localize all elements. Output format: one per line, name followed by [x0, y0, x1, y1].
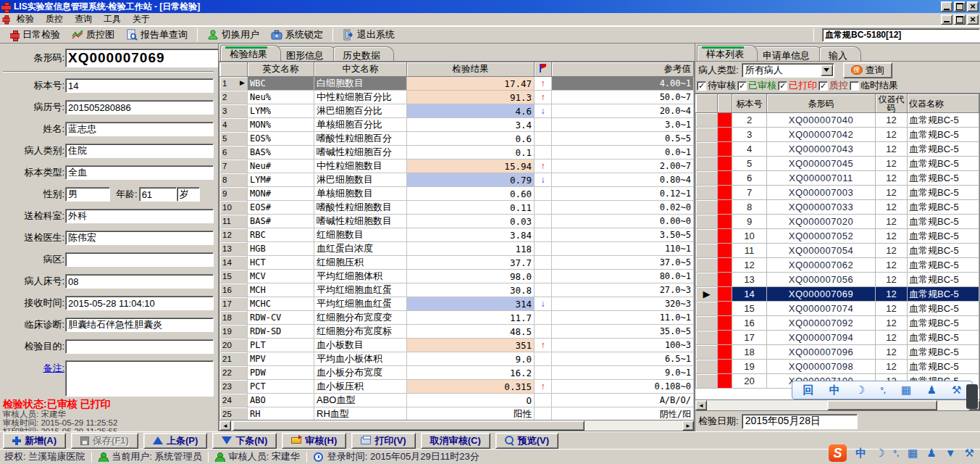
preview-button[interactable]: 预览(V) [495, 433, 558, 449]
filter-pending[interactable]: ✓ 待审核 [697, 79, 736, 92]
filter-qc[interactable]: ✓ 质控 [818, 79, 848, 92]
result-row[interactable]: 17 MCHC 平均红细胞血红蛋 314 ↓ 320~3 [220, 297, 694, 311]
scroll-thumb[interactable] [827, 400, 937, 410]
instrument-input[interactable] [822, 28, 980, 42]
result-row[interactable]: 1▶ WBC 白细胞数目 17.47 ↑ 4.00~1 [220, 77, 694, 91]
skin-icon[interactable]: ▼ [945, 447, 956, 459]
result-row[interactable]: 12 RBC 红细胞数目 3.84 3.50~5 [220, 228, 694, 242]
checkbox-icon[interactable]: ✓ [818, 81, 828, 91]
moon-icon[interactable]: ☽ [875, 447, 884, 459]
add-new-button[interactable]: 新增(A) [3, 433, 66, 449]
record-no-input[interactable] [65, 100, 214, 115]
exit-system-button[interactable]: 退出系统 [337, 27, 401, 43]
result-row[interactable]: 13 HGB 血红蛋白浓度 118 110~1 [220, 242, 694, 256]
menu-质控[interactable]: 质控 [40, 12, 69, 26]
barcode-input[interactable] [65, 49, 219, 67]
sample-row[interactable]: 4 XQ000007043 12 血常规BC-5 [696, 142, 979, 157]
results-tab-历史数据[interactable]: 历史数据 [333, 46, 394, 61]
punctuation-icon[interactable]: °‚ [880, 384, 885, 396]
checkbox-icon[interactable]: ✓ [697, 81, 706, 91]
checkbox-icon[interactable]: ✓ [778, 81, 787, 91]
result-row[interactable]: 4 MON% 单核细胞百分比 3.4 3.0~1 [220, 118, 694, 132]
receive-time-input[interactable] [65, 296, 214, 310]
result-row[interactable]: 8 LYM# 淋巴细胞数目 0.79 ↓ 0.80~4 [220, 173, 694, 187]
next-record-button[interactable]: 下条(N) [212, 433, 277, 449]
daily-test-button[interactable]: 日常检验 [4, 27, 66, 43]
menu-检验[interactable]: 检验 [11, 12, 40, 26]
mdi-restore-button[interactable] [954, 14, 966, 25]
sample-row[interactable]: 7 XQ000007003 12 血常规BC-5 [696, 186, 979, 200]
samples-tab-申请单信息[interactable]: 申请单信息 [753, 46, 824, 61]
scroll-left-arrow[interactable]: ◄ [219, 420, 231, 431]
diagnosis-input[interactable] [65, 318, 214, 332]
scroll-right-arrow[interactable]: ► [682, 420, 694, 431]
dept-input[interactable] [65, 209, 214, 223]
samples-tab-输入[interactable]: 输入 [819, 46, 861, 61]
restore-button[interactable] [954, 1, 966, 12]
ward-input[interactable] [65, 252, 214, 267]
col-cn-name[interactable]: 中文名称 [314, 62, 407, 77]
result-row[interactable]: 16 MCH 平均红细胞血红蛋 30.8 27.0~3 [220, 283, 694, 297]
save-button[interactable]: 保存(F1) [71, 433, 138, 449]
scroll-track[interactable] [707, 400, 968, 410]
col-barcode[interactable]: 条形码 [767, 94, 876, 113]
switch-user-button[interactable]: 切换用户 [201, 27, 265, 43]
keyboard-icon[interactable]: ▦ [908, 447, 918, 459]
sample-row[interactable]: 15 XQ000007074 12 血常规BC-5 [696, 302, 979, 316]
moon-icon[interactable]: ☽ [855, 384, 865, 396]
sample-row[interactable]: 6 XQ000007011 12 血常规BC-5 [696, 171, 979, 186]
sample-row[interactable]: 12 XQ000007062 12 血常规BC-5 [696, 258, 979, 273]
age-input[interactable] [139, 187, 177, 202]
mdi-minimize-button[interactable] [941, 14, 952, 25]
col-reference[interactable]: 参考值 [552, 62, 694, 77]
scroll-track[interactable] [231, 420, 682, 431]
remark-textarea[interactable] [65, 360, 214, 397]
sample-row[interactable]: 2 XQ000007040 12 血常规BC-5 [696, 113, 979, 128]
sample-row[interactable]: 10 XQ000007052 12 血常规BC-5 [696, 229, 979, 244]
scroll-thumb[interactable] [233, 420, 585, 431]
print-button[interactable]: 打印(V) [351, 433, 415, 449]
purpose-input[interactable] [65, 339, 214, 354]
menu-关于[interactable]: 关于 [127, 12, 156, 26]
test-date-input[interactable] [742, 414, 858, 429]
col-en-name[interactable]: 英文名称 [248, 62, 314, 77]
result-row[interactable]: 15 MCV 平均红细胞体积 98.0 80.0~1 [220, 270, 694, 283]
keyboard-icon[interactable]: ▦ [901, 384, 911, 396]
result-row[interactable]: 3 LYM% 淋巴细胞百分比 4.6 ↓ 20.0~4 [220, 104, 694, 118]
close-button[interactable] [967, 1, 979, 12]
checkbox-icon[interactable]: ✓ [737, 81, 747, 91]
age-unit-input[interactable] [177, 187, 200, 202]
patient-name-input[interactable] [65, 122, 214, 136]
wrench-icon[interactable]: ⚒ [965, 447, 974, 459]
system-lock-button[interactable]: 系统锁定 [265, 27, 329, 43]
result-row[interactable]: 11 BAS# 嗜碱性粒细胞数目 0.03 0.00~0 [220, 215, 694, 228]
sogou-logo-icon[interactable]: S [829, 444, 847, 462]
results-tab-检验结果[interactable]: 检验结果 [220, 45, 281, 61]
filter-reviewed[interactable]: ✓ 已审核 [737, 79, 776, 92]
result-row[interactable]: 14 HCT 红细胞压积 37.7 37.0~5 [220, 256, 694, 270]
sample-row[interactable]: 9 XQ000007020 12 血常规BC-5 [696, 215, 979, 229]
sample-type-input[interactable] [65, 165, 214, 180]
person-icon[interactable]: ♟ [926, 384, 936, 396]
wrench-icon[interactable]: ⚒ [952, 384, 961, 396]
result-row[interactable]: 18 RDW-CV 红细胞分布宽度变 11.7 11.0~1 [220, 311, 694, 325]
col-flag[interactable] [535, 62, 552, 77]
sample-row[interactable]: ▶ 14 XQ000007069 12 血常规BC-5 [696, 287, 979, 302]
sample-row[interactable]: 17 XQ000007094 12 血常规BC-5 [696, 331, 979, 345]
cancel-review-button[interactable]: 取消审核(C) [421, 433, 490, 449]
bed-no-input[interactable] [65, 274, 214, 289]
sample-row[interactable]: 19 XQ000007098 12 血常规BC-5 [696, 360, 979, 374]
menu-工具[interactable]: 工具 [98, 12, 127, 26]
sample-row[interactable]: 18 XQ000007096 12 血常规BC-5 [696, 345, 979, 360]
result-row[interactable]: 2 Neu% 中性粒细胞百分比 91.3 ↑ 50.0~7 [220, 91, 694, 104]
mdi-close-button[interactable] [967, 14, 979, 25]
filter-printed[interactable]: ✓ 已打印 [778, 79, 817, 92]
checkbox-icon[interactable] [850, 81, 859, 91]
scroll-left-arrow[interactable]: ◄ [695, 400, 707, 410]
remark-link-label[interactable]: 备注: [3, 360, 65, 375]
col-result[interactable]: 检验结果 [407, 62, 535, 77]
review-button[interactable]: 审核(H) [282, 433, 346, 449]
result-row[interactable]: 6 BAS% 嗜碱性粒细胞百分 0.1 0.0~1 [220, 146, 694, 160]
report-query-button[interactable]: 报告单查询 [120, 27, 193, 43]
patient-type-dropdown[interactable]: 所有病人 [742, 63, 834, 78]
